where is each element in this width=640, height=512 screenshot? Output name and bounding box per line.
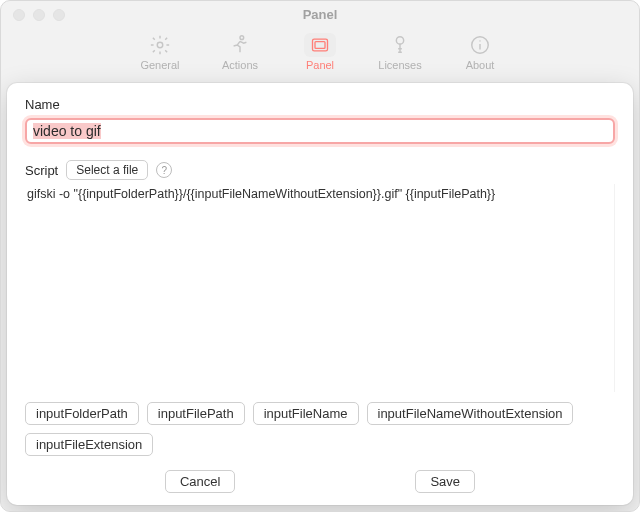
chip-inputfilenamewithoutextension[interactable]: inputFileNameWithoutExtension [367, 402, 574, 425]
tab-label: Licenses [378, 59, 421, 71]
close-icon[interactable] [13, 9, 25, 21]
sheet-footer: Cancel Save [25, 470, 615, 493]
chip-inputfolderpath[interactable]: inputFolderPath [25, 402, 139, 425]
svg-point-0 [157, 42, 163, 48]
titlebar: Panel [1, 1, 639, 29]
key-icon [384, 33, 416, 57]
panel-icon [304, 33, 336, 57]
save-button[interactable]: Save [415, 470, 475, 493]
cancel-button[interactable]: Cancel [165, 470, 235, 493]
tab-actions[interactable]: Actions [212, 33, 268, 71]
script-label: Script [25, 163, 58, 178]
preferences-toolbar: General Actions Panel Licenses About [1, 29, 639, 81]
running-icon [224, 33, 256, 57]
chip-inputfilepath[interactable]: inputFilePath [147, 402, 245, 425]
info-icon [464, 33, 496, 57]
tab-label: General [140, 59, 179, 71]
name-input[interactable]: video to gif [33, 123, 101, 139]
help-icon[interactable]: ? [156, 162, 172, 178]
tab-licenses[interactable]: Licenses [372, 33, 428, 71]
svg-point-7 [479, 40, 480, 41]
zoom-icon[interactable] [53, 9, 65, 21]
name-input-wrap[interactable]: video to gif [25, 118, 615, 144]
chip-inputfilename[interactable]: inputFileName [253, 402, 359, 425]
svg-rect-3 [315, 42, 325, 49]
script-textarea[interactable]: gifski -o "{{inputFolderPath}}/{{inputFi… [25, 184, 615, 392]
preferences-window: Panel General Actions Panel Licenses [0, 0, 640, 512]
tab-label: Actions [222, 59, 258, 71]
tab-panel[interactable]: Panel [292, 33, 348, 71]
variable-chips: inputFolderPath inputFilePath inputFileN… [25, 402, 615, 456]
traffic-lights [13, 9, 65, 21]
gear-icon [144, 33, 176, 57]
chip-inputfileextension[interactable]: inputFileExtension [25, 433, 153, 456]
name-label: Name [25, 97, 615, 112]
tab-general[interactable]: General [132, 33, 188, 71]
tab-label: About [466, 59, 495, 71]
minimize-icon[interactable] [33, 9, 45, 21]
select-file-button[interactable]: Select a file [66, 160, 148, 180]
tab-label: Panel [306, 59, 334, 71]
window-title: Panel [1, 1, 639, 29]
edit-action-sheet: Name video to gif Script Select a file ?… [7, 83, 633, 505]
tab-about[interactable]: About [452, 33, 508, 71]
svg-point-4 [396, 37, 403, 44]
svg-point-1 [240, 36, 244, 40]
